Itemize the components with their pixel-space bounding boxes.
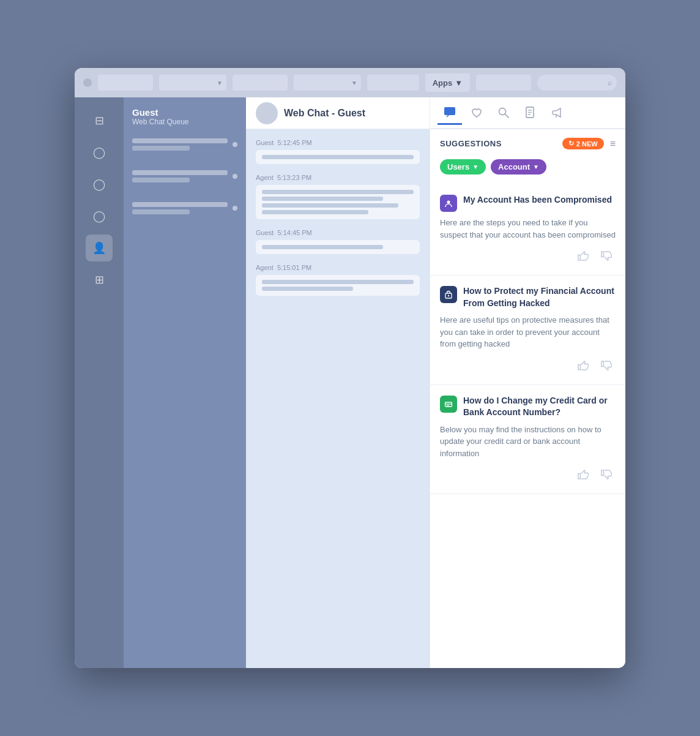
message-group-3: Guest 5:14:45 PM bbox=[256, 229, 420, 254]
article-card-2: How to Protect my Financial Account From… bbox=[430, 276, 625, 385]
suggestions-title: SUGGESTIONS bbox=[440, 139, 502, 148]
chat-messages: Guest 5:12:45 PM Agent 5:13:23 PM bbox=[246, 129, 430, 668]
tag-account[interactable]: Account ▼ bbox=[491, 159, 546, 175]
chat-title: Web Chat - Guest bbox=[284, 108, 365, 119]
msg-line bbox=[262, 245, 383, 249]
tab-heart[interactable] bbox=[464, 100, 489, 125]
apps-button[interactable]: Apps ▼ bbox=[425, 73, 470, 92]
tag-users[interactable]: Users ▼ bbox=[440, 159, 486, 175]
svg-point-1 bbox=[499, 108, 506, 115]
sidebar-item-circle1[interactable]: ◯ bbox=[86, 139, 113, 166]
tag-users-arrow-icon: ▼ bbox=[472, 163, 478, 170]
conv-lines-1 bbox=[132, 138, 228, 151]
conv-header: Guest Web Chat Queue bbox=[124, 97, 246, 132]
conv-lines-3 bbox=[132, 202, 228, 214]
home-icon: ⊟ bbox=[95, 114, 104, 127]
search-bar[interactable]: ⌕ bbox=[537, 75, 617, 91]
filter-icon[interactable]: ≡ bbox=[610, 138, 616, 149]
url-dropdown[interactable]: ▼ bbox=[159, 75, 226, 91]
msg-line bbox=[262, 280, 414, 284]
message-sender-3: Guest 5:14:45 PM bbox=[256, 229, 420, 236]
conv-item-3[interactable] bbox=[124, 196, 246, 220]
sidebar-item-home[interactable]: ⊟ bbox=[86, 107, 113, 134]
message-group-1: Guest 5:12:45 PM bbox=[256, 139, 420, 164]
thumbs-down-2[interactable] bbox=[597, 356, 616, 375]
circle2-icon: ◯ bbox=[93, 178, 105, 191]
conv-line-1a bbox=[132, 138, 228, 143]
conv-line-2b bbox=[132, 178, 190, 182]
msg-line bbox=[262, 203, 398, 208]
message-bubble-4 bbox=[256, 275, 420, 296]
conv-lines-2 bbox=[132, 170, 228, 182]
sidebar-item-grid[interactable]: ⊞ bbox=[86, 266, 113, 293]
tab-chat[interactable] bbox=[438, 100, 462, 125]
article-desc-1: Here are the steps you need to take if y… bbox=[440, 217, 616, 241]
conv-line-1b bbox=[132, 146, 190, 151]
tab-bar bbox=[430, 97, 625, 129]
message-group-4: Agent 5:15:01 PM bbox=[256, 264, 420, 296]
tab-document[interactable] bbox=[518, 100, 543, 125]
article-desc-2: Here are useful tips on protective measu… bbox=[440, 314, 616, 350]
apps-arrow-icon: ▼ bbox=[455, 78, 463, 88]
msg-line bbox=[262, 190, 414, 194]
article-header-3: How do I Change my Credit Card or Bank A… bbox=[440, 395, 616, 419]
article-actions-2 bbox=[440, 356, 616, 375]
conv-item-1[interactable] bbox=[124, 132, 246, 157]
conv-item-2[interactable] bbox=[124, 164, 246, 189]
article-title-3: How do I Change my Credit Card or Bank A… bbox=[463, 395, 616, 419]
tag-users-label: Users bbox=[447, 162, 469, 171]
chat-area: Web Chat - Guest Guest 5:12:45 PM bbox=[246, 97, 430, 668]
thumbs-down-1[interactable] bbox=[597, 247, 616, 265]
dropdown-arrow-2-icon: ▼ bbox=[351, 80, 357, 86]
conversation-panel: Guest Web Chat Queue bbox=[124, 97, 246, 668]
back-bar[interactable] bbox=[98, 75, 153, 91]
browser-window: ▼ ▼ Apps ▼ ⌕ ⊟ ◯ ◯ ◯ bbox=[75, 68, 625, 668]
msg-line bbox=[262, 287, 353, 291]
address-bar[interactable] bbox=[367, 75, 419, 91]
tab-dropdown[interactable]: ▼ bbox=[294, 75, 361, 91]
nav-bar[interactable] bbox=[476, 75, 531, 91]
svg-rect-0 bbox=[444, 107, 455, 115]
conv-line-3b bbox=[132, 209, 190, 214]
article-header-1: My Account Has been Compromised bbox=[440, 194, 616, 212]
tab-bar-item[interactable] bbox=[233, 75, 288, 91]
new-badge: ↻ 2 NEW bbox=[562, 138, 604, 149]
sidebar: ⊟ ◯ ◯ ◯ 👤 ⊞ bbox=[75, 97, 124, 668]
filter-tags: Users ▼ Account ▼ bbox=[430, 156, 625, 182]
apps-label: Apps bbox=[433, 78, 453, 88]
person-icon: 👤 bbox=[92, 241, 106, 255]
circle3-icon: ◯ bbox=[93, 209, 105, 223]
conv-dot-3 bbox=[233, 206, 237, 211]
article-card-3: How do I Change my Credit Card or Bank A… bbox=[430, 385, 625, 495]
sidebar-item-circle3[interactable]: ◯ bbox=[86, 203, 113, 230]
suggestions-header: SUGGESTIONS ↻ 2 NEW ≡ bbox=[430, 129, 625, 156]
chat-avatar bbox=[256, 102, 278, 124]
tab-megaphone[interactable] bbox=[545, 100, 570, 125]
dropdown-arrow-icon: ▼ bbox=[217, 80, 223, 86]
search-icon: ⌕ bbox=[608, 78, 612, 87]
svg-line-2 bbox=[505, 115, 509, 118]
browser-toolbar: ▼ ▼ Apps ▼ ⌕ bbox=[75, 68, 625, 97]
browser-dot bbox=[83, 78, 92, 87]
queue-name: Web Chat Queue bbox=[132, 118, 237, 126]
article-icon-1 bbox=[440, 195, 457, 212]
sidebar-item-person[interactable]: 👤 bbox=[86, 235, 113, 261]
message-group-2: Agent 5:13:23 PM bbox=[256, 174, 420, 219]
message-bubble-1 bbox=[256, 150, 420, 164]
conv-line-2a bbox=[132, 170, 228, 175]
article-icon-2 bbox=[440, 286, 457, 303]
thumbs-up-1[interactable] bbox=[574, 247, 592, 265]
article-desc-3: Below you may find the instructions on h… bbox=[440, 424, 616, 460]
articles-list: My Account Has been Compromised Here are… bbox=[430, 182, 625, 668]
conv-dot-1 bbox=[233, 142, 237, 147]
thumbs-up-2[interactable] bbox=[574, 356, 592, 375]
sidebar-item-circle2[interactable]: ◯ bbox=[86, 171, 113, 198]
conv-dot-2 bbox=[233, 174, 237, 179]
circle1-icon: ◯ bbox=[93, 146, 105, 159]
suggestions-panel: SUGGESTIONS ↻ 2 NEW ≡ Users ▼ Account bbox=[430, 97, 625, 668]
svg-point-8 bbox=[447, 201, 450, 204]
tab-search[interactable] bbox=[491, 100, 516, 125]
thumbs-up-3[interactable] bbox=[574, 465, 592, 484]
article-actions-1 bbox=[440, 247, 616, 265]
thumbs-down-3[interactable] bbox=[597, 465, 616, 484]
